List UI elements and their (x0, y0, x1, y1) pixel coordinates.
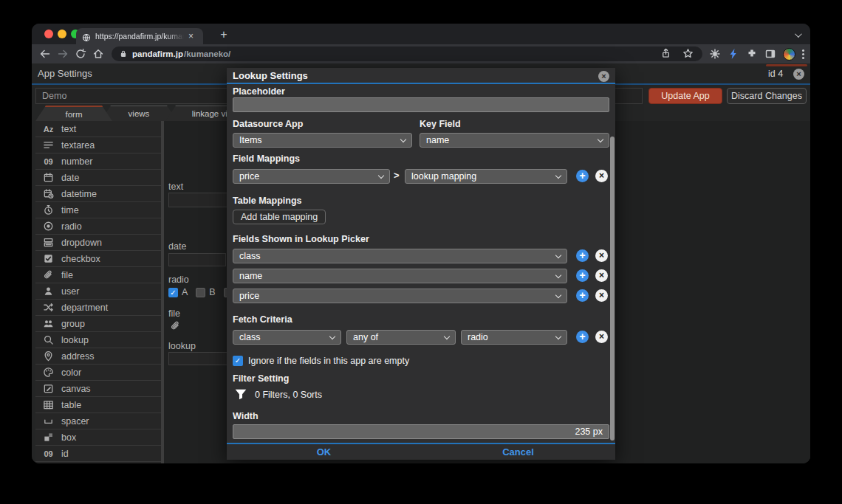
ignore-empty-row: ✓ Ignore if the fields in this app are e… (233, 356, 409, 366)
add-table-mapping-button[interactable]: Add table mapping (233, 210, 326, 224)
sidebar-item-spacer[interactable]: spacer (35, 413, 161, 429)
puzzle-extensions-icon[interactable] (746, 48, 758, 60)
sidebar-item-department[interactable]: department (35, 300, 161, 316)
department-icon (42, 302, 55, 314)
star-icon[interactable] (682, 48, 694, 59)
sidebar-item-id[interactable]: 09id (35, 446, 161, 462)
new-tab-button[interactable]: + (216, 27, 231, 42)
criteria-field-select[interactable]: class (233, 330, 341, 345)
criteria-value-select[interactable]: radio (461, 330, 567, 345)
spacer-icon (42, 415, 55, 427)
sidebar-item-label: textarea (61, 140, 95, 151)
sidebar-item-label: checkbox (61, 254, 100, 264)
placeholder-input[interactable] (233, 97, 609, 112)
picker-field-select-3[interactable]: price (233, 289, 567, 303)
datasource-app-select[interactable]: Items (233, 133, 412, 148)
bolt-extension-icon[interactable] (728, 48, 739, 60)
home-icon[interactable] (92, 48, 104, 60)
sidebar-item-group[interactable]: group (35, 316, 161, 332)
sidebar-item-file[interactable]: file (35, 267, 161, 283)
address-bar[interactable]: pandafirm.jp /kumaneko/ (112, 46, 702, 61)
ignore-empty-label: Ignore if the fields in this app are emp… (248, 356, 409, 366)
tab-search-chevron-icon[interactable] (795, 30, 802, 38)
sidebar-item-label: canvas (61, 384, 91, 394)
criteria-operator-select[interactable]: any of (346, 330, 456, 345)
sidebar-item-textarea[interactable]: textarea (35, 137, 161, 153)
discard-changes-button[interactable]: Discard Changes (727, 88, 807, 104)
remove-picker-field-button[interactable]: × (595, 269, 608, 282)
modal-title-bar: Lookup Settings × (227, 68, 615, 84)
back-icon[interactable] (39, 48, 51, 60)
sidebar-item-time[interactable]: time (35, 202, 161, 218)
mapping-to-select[interactable]: lookup mapping (405, 169, 567, 184)
reload-icon[interactable] (75, 48, 86, 60)
sidebar-item-user[interactable]: user (35, 283, 161, 300)
ignore-empty-checkbox[interactable]: ✓ (233, 356, 243, 366)
chevron-down-icon (400, 137, 406, 142)
modal-close-icon[interactable]: × (598, 71, 609, 82)
remove-picker-field-button[interactable]: × (595, 289, 608, 302)
file-icon (42, 269, 55, 281)
sidebar-item-canvas[interactable]: canvas (35, 381, 161, 397)
tab-views[interactable]: views (100, 106, 177, 121)
radio-option-label: B (209, 287, 215, 297)
add-picker-field-button[interactable]: + (576, 269, 589, 282)
sidebar-item-radio[interactable]: radio (35, 218, 161, 235)
tab-close-icon[interactable]: × (188, 32, 194, 41)
cancel-button[interactable]: Cancel (421, 444, 615, 460)
update-app-button[interactable]: Update App (648, 88, 722, 104)
sidebar-item-table[interactable]: table (35, 397, 161, 413)
profile-avatar[interactable] (783, 48, 795, 61)
add-picker-field-button[interactable]: + (576, 289, 589, 302)
sidebar-item-color[interactable]: color (35, 365, 161, 381)
sidebar-item-text[interactable]: Aztext (35, 121, 161, 137)
sidebar-item-datetime[interactable]: datetime (35, 186, 161, 202)
sidebar-item-box[interactable]: box (35, 429, 161, 446)
gear-extension-icon[interactable] (709, 48, 721, 60)
remove-picker-field-button[interactable]: × (595, 249, 608, 262)
window-minimize-button[interactable] (58, 30, 66, 38)
mapping-arrow-icon: > (394, 170, 400, 181)
browser-menu-icon[interactable] (802, 49, 805, 59)
remove-criteria-button[interactable]: × (595, 331, 608, 343)
id-icon: 09 (42, 448, 55, 460)
add-picker-field-button[interactable]: + (576, 249, 589, 262)
text-icon: Az (42, 123, 55, 135)
tab-form[interactable]: form (35, 106, 112, 121)
key-field-select[interactable]: name (420, 133, 609, 148)
filter-funnel-icon[interactable] (234, 387, 247, 401)
browser-toolbar: pandafirm.jp /kumaneko/ (32, 44, 810, 63)
remove-mapping-button[interactable]: × (595, 170, 608, 182)
sidebar-item-address[interactable]: address (35, 348, 161, 365)
sidebar-item-checkbox[interactable]: checkbox (35, 251, 161, 267)
placeholder-label: Placeholder (233, 86, 285, 97)
sidebar-item-date[interactable]: date (35, 170, 161, 186)
sidebar-item-lookup[interactable]: lookup (35, 332, 161, 348)
checkbox-unchecked-icon[interactable] (196, 288, 205, 297)
filter-setting-label: Filter Setting (233, 373, 289, 384)
picker-field-select-1[interactable]: class (233, 249, 567, 263)
preview-radio-label: radio (168, 275, 189, 285)
preview-date-input[interactable] (168, 253, 226, 266)
side-panel-icon[interactable] (764, 48, 776, 60)
textarea-icon (42, 139, 55, 151)
window-close-button[interactable] (44, 30, 53, 38)
sidebar-item-number[interactable]: 09number (35, 153, 161, 170)
width-input[interactable]: 235 px (233, 424, 609, 439)
mapping-from-select[interactable]: price (233, 169, 390, 184)
forward-icon[interactable] (57, 48, 69, 60)
radio-option-label: A (182, 287, 188, 297)
filter-summary[interactable]: 0 Filters, 0 Sorts (255, 390, 322, 400)
browser-tab[interactable]: https://pandafirm.jp/kumaneko × (76, 28, 203, 44)
sidebar-item-dropdown[interactable]: dropdown (35, 235, 161, 251)
add-mapping-button[interactable]: + (576, 170, 589, 182)
checkbox-checked-icon[interactable]: ✓ (168, 288, 178, 297)
ok-button[interactable]: OK (227, 444, 421, 460)
share-icon[interactable] (660, 48, 671, 59)
update-indicator-bar (766, 64, 807, 66)
sidebar-item-label: id (61, 449, 69, 459)
add-criteria-button[interactable]: + (576, 331, 589, 343)
page-close-icon[interactable]: × (793, 69, 804, 80)
picker-field-select-2[interactable]: name (233, 269, 567, 283)
modal-scrollbar[interactable] (610, 137, 615, 441)
